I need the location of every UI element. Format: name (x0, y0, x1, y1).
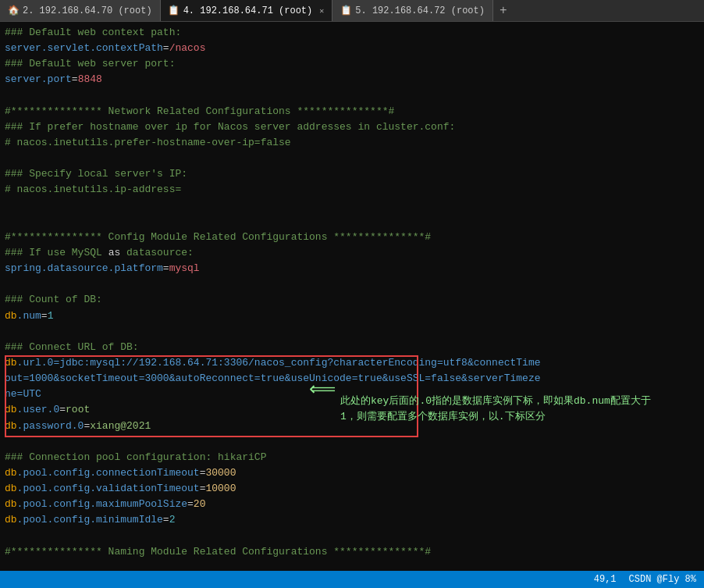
line-20 (5, 324, 699, 340)
tab-3[interactable]: 📋 5. 192.168.64.72 (root) (332, 0, 493, 21)
line-32: db.pool.config.minimumIdle=2 (5, 512, 699, 528)
line-21: ### Connect URL of DB: (5, 340, 699, 355)
line-9 (5, 151, 699, 166)
tab-bar: 🏠 2. 192.168.64.70 (root) 📋 4. 192.168.6… (0, 0, 704, 22)
line-11: # nacos.inetutils.ip-address= (5, 182, 699, 198)
tab-1[interactable]: 🏠 2. 192.168.64.70 (root) (0, 0, 161, 21)
line-14: #*************** Config Module Related C… (5, 230, 699, 245)
line-22: db.url.0=jdbc:mysql://192.168.64.71:3306… (5, 355, 699, 371)
line-4: server.port=8848 (5, 72, 699, 87)
line-15: ### If use MySQL as datasource: (5, 245, 699, 261)
line-13 (5, 214, 699, 230)
line-7: ### If prefer hostname over ip for Nacos… (5, 119, 699, 135)
status-bar: 49,1 CSDN @Fly 8% (0, 571, 704, 588)
line-17 (5, 276, 699, 292)
line-3: ### Default web server port: (5, 56, 699, 72)
line-2: server.servlet.contextPath=/nacos (5, 41, 699, 56)
line-10: ### Specify local server's IP: (5, 166, 699, 182)
annotation-arrow: ⟸ (309, 376, 336, 404)
tab-add-button[interactable]: + (493, 0, 514, 21)
line-28: ### Connection pool configuration: hikar… (5, 450, 699, 465)
tab-1-icon: 🏠 (8, 5, 19, 16)
terminal-content[interactable]: ### Default web context path: server.ser… (0, 22, 704, 571)
line-8: # nacos.inetutils.prefer-hostname-over-i… (5, 135, 699, 151)
tab-3-label: 5. 192.168.64.72 (root) (355, 5, 485, 16)
status-source: CSDN @Fly 8% (629, 574, 696, 585)
line-27 (5, 434, 699, 450)
tab-1-label: 2. 192.168.64.70 (root) (23, 5, 152, 16)
line-6: #*************** Network Related Configu… (5, 104, 699, 119)
line-5 (5, 88, 699, 104)
annotation-text: 此处的key后面的.0指的是数据库实例下标，即如果db.num配置大于 1，则需… (340, 394, 651, 425)
line-34: #*************** Naming Module Related C… (5, 544, 699, 560)
status-position: 49,1 (594, 574, 617, 585)
line-23: out=1000&socketTimeout=3000&autoReconnec… (5, 371, 699, 387)
line-18: ### Count of DB: (5, 292, 699, 308)
line-16: spring.datasource.platform=mysql (5, 261, 699, 276)
tab-2-label: 4. 192.168.64.71 (root) (183, 5, 313, 16)
tab-3-icon: 📋 (340, 5, 351, 16)
line-33 (5, 529, 699, 544)
line-31: db.pool.config.maximumPoolSize=20 (5, 497, 699, 512)
line-19: db.num=1 (5, 308, 699, 324)
line-30: db.pool.config.validationTimeout=10000 (5, 481, 699, 497)
line-12 (5, 198, 699, 214)
line-29: db.pool.config.connectionTimeout=30000 (5, 465, 699, 481)
line-1: ### Default web context path: (5, 25, 699, 41)
tab-2-close[interactable]: ✕ (319, 6, 324, 16)
tab-2-icon: 📋 (169, 5, 180, 16)
tab-2[interactable]: 📋 4. 192.168.64.71 (root) ✕ (161, 0, 333, 21)
